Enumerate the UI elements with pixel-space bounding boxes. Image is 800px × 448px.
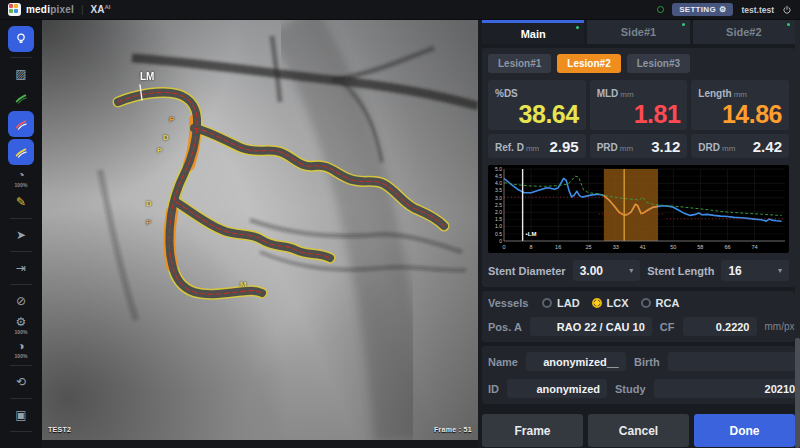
- sidebar-divider: [10, 398, 32, 399]
- tab-main[interactable]: Main: [482, 20, 584, 44]
- vessel-marker-p: P: [146, 219, 151, 227]
- frame-select-tool[interactable]: ⇥: [8, 257, 34, 279]
- gear-icon: ⚙: [719, 5, 726, 14]
- pointer-icon: ➤: [16, 229, 26, 241]
- metric-prd: PRDmm 3.12: [590, 134, 688, 158]
- sidebar-divider: [10, 251, 32, 252]
- lesion2-chip[interactable]: Lesion#2: [557, 54, 620, 73]
- done-button[interactable]: Done: [694, 414, 795, 447]
- scrollbar-thumb[interactable]: [795, 338, 800, 448]
- sidebar-divider: [10, 218, 32, 219]
- pan-tool[interactable]: ➤: [8, 224, 34, 246]
- tool-percent-label: 100%: [15, 329, 28, 335]
- vessel-marker-p: P: [169, 116, 174, 124]
- metric-length: Lengthmm 14.86: [691, 80, 789, 130]
- top-bar: medipixel | XAAI SETTING⚙ test.test: [0, 0, 800, 20]
- tab-side2[interactable]: Side#2: [693, 20, 795, 44]
- name-input[interactable]: [526, 352, 626, 371]
- setting-button[interactable]: SETTING⚙: [672, 3, 733, 16]
- svg-text:74: 74: [751, 244, 757, 250]
- acquisition-section: Vessels LAD LCX RCA Pos. A CF mm/px: [482, 291, 795, 342]
- stent-controls: Stent Diameter 3.00▾ Stent Length 16▾: [488, 260, 789, 281]
- vessels-label: Vessels: [488, 297, 534, 309]
- tab-status-dot: [787, 23, 790, 26]
- svg-text:2.0: 2.0: [495, 209, 502, 215]
- svg-text:4.5: 4.5: [495, 173, 502, 179]
- pos-a-label: Pos. A: [488, 321, 522, 333]
- name-label: Name: [488, 356, 518, 368]
- export-tool[interactable]: ▣: [8, 404, 34, 426]
- vessel-marker-d: D: [163, 134, 169, 142]
- metric-percent-ds: %DS 38.64: [488, 80, 586, 130]
- radio-lad[interactable]: LAD: [542, 297, 580, 309]
- tool-percent-label: 100%: [15, 353, 28, 359]
- svg-text:50: 50: [670, 244, 676, 250]
- svg-text:4.0: 4.0: [495, 180, 502, 186]
- radio-rca[interactable]: RCA: [641, 297, 680, 309]
- vessel-contour-tool[interactable]: [8, 111, 34, 137]
- stent-diameter-label: Stent Diameter: [488, 265, 566, 277]
- lesion-analysis-section: Lesion#1 Lesion#2 Lesion#3 %DS 38.64 MLD…: [482, 48, 795, 287]
- vessel-marker-p: P: [157, 147, 162, 155]
- vessel-centerline-tool[interactable]: [8, 139, 34, 165]
- id-label: ID: [488, 383, 499, 395]
- lesion3-chip[interactable]: Lesion#3: [627, 54, 690, 73]
- stent-diameter-select[interactable]: 3.00▾: [573, 260, 641, 281]
- reset-view-tool[interactable]: ⟲: [8, 371, 34, 393]
- logout-icon[interactable]: [782, 5, 792, 15]
- disable-edit-tool[interactable]: ⊘: [8, 290, 34, 312]
- product-name: XAAI: [91, 4, 111, 15]
- id-input[interactable]: [507, 379, 607, 398]
- gear-icon: ⚙: [16, 316, 27, 328]
- brand-name: medipixel: [26, 4, 74, 15]
- calibration-tool[interactable]: ▨: [8, 63, 34, 85]
- vessel-centerline-icon: [14, 145, 28, 159]
- svg-text:33: 33: [613, 244, 619, 250]
- no-edit-icon: ⊘: [16, 295, 26, 307]
- radio-lcx[interactable]: LCX: [592, 297, 629, 309]
- stent-length-select[interactable]: 16▾: [721, 260, 789, 281]
- sidebar-divider: [10, 284, 32, 285]
- cancel-button[interactable]: Cancel: [588, 414, 689, 447]
- lesion1-chip[interactable]: Lesion#1: [488, 54, 551, 73]
- vessel-green-icon: [14, 91, 28, 105]
- vessel-marker-lm: LM: [140, 72, 154, 82]
- svg-text:5.0: 5.0: [495, 166, 502, 172]
- view-tabs: Main Side#1 Side#2: [482, 20, 795, 44]
- cf-input[interactable]: [683, 317, 757, 336]
- zoom-level-tool[interactable]: ⚙100%: [8, 314, 34, 336]
- tab-side1[interactable]: Side#1: [587, 20, 689, 44]
- birth-input[interactable]: [668, 352, 800, 371]
- user-name: test.test: [741, 5, 774, 15]
- angiogram-viewer[interactable]: LMPDPDPM TEST2 Frame : 51: [42, 20, 478, 440]
- svg-text:0: 0: [502, 244, 505, 250]
- vessel-segmentation-tool[interactable]: [8, 87, 34, 109]
- medipixel-logo-icon: [8, 3, 21, 16]
- edit-contour-tool[interactable]: ✎: [8, 191, 34, 213]
- svg-text:25: 25: [586, 244, 592, 250]
- svg-text:3.5: 3.5: [495, 187, 502, 193]
- radio-icon: [641, 298, 651, 308]
- cf-unit: mm/px: [765, 321, 795, 332]
- tool-percent-label: 100%: [15, 182, 28, 188]
- series-label: TEST2: [48, 426, 71, 433]
- study-label: Study: [615, 383, 646, 395]
- sidebar-divider: [10, 431, 32, 432]
- contour-opacity-tool[interactable]: ◔100%: [8, 167, 34, 189]
- lesion-tabs: Lesion#1 Lesion#2 Lesion#3: [488, 54, 789, 73]
- auto-analysis-tool[interactable]: [8, 26, 34, 52]
- angiogram-overlay: [42, 20, 478, 440]
- contrast-tool[interactable]: ◑100%: [8, 338, 34, 360]
- study-input[interactable]: [654, 379, 800, 398]
- patient-row-1: Name Birth: [488, 352, 789, 371]
- diameter-profile-chart[interactable]: •LM00.51.01.52.02.53.03.54.04.55.0081625…: [488, 165, 789, 253]
- svg-text:8: 8: [530, 244, 533, 250]
- birth-label: Birth: [634, 356, 660, 368]
- svg-text:16: 16: [555, 244, 561, 250]
- frame-button[interactable]: Frame: [482, 414, 583, 447]
- pos-a-input[interactable]: [530, 317, 652, 336]
- stent-length-label: Stent Length: [647, 265, 714, 277]
- panel-scrollbar[interactable]: [795, 20, 800, 448]
- svg-text:66: 66: [724, 244, 730, 250]
- patient-row-2: ID Study: [488, 379, 789, 398]
